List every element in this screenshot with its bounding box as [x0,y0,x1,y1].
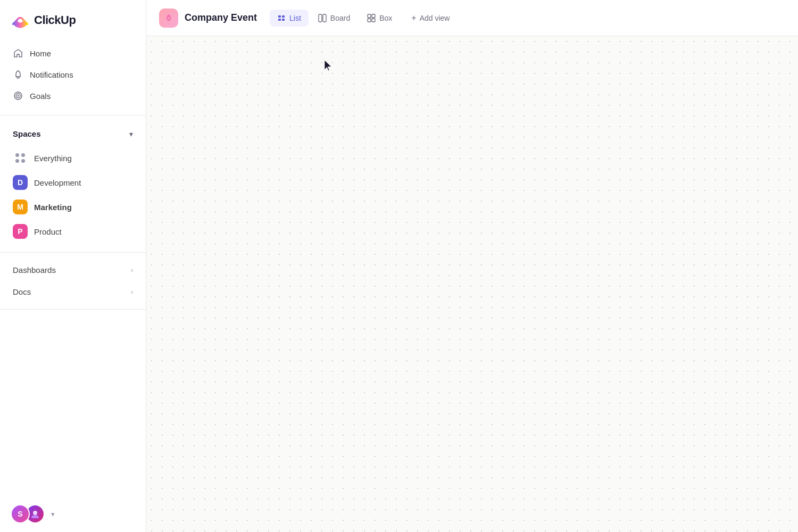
svg-rect-12 [372,14,375,18]
divider-2 [0,252,146,253]
sidebar-item-notifications[interactable]: Notifications [6,64,139,85]
dot-grid-background [146,36,798,532]
spaces-list: Everything D Development M Marketing P [6,146,139,244]
svg-rect-8 [282,19,285,21]
docs-left: Docs [13,287,31,296]
avatar-stack: S [11,504,45,523]
tab-box[interactable]: Box [360,10,400,27]
plus-icon: + [411,13,416,23]
marketing-badge-letter: M [17,203,23,211]
home-label: Home [30,49,51,58]
project-title-area: Company Event [159,9,257,28]
svg-rect-7 [282,15,285,18]
main-content-area [146,36,798,532]
dashboards-left: Dashboards [13,265,56,275]
goals-icon [13,90,23,101]
svg-point-2 [18,95,19,97]
marketing-badge: M [13,200,28,214]
docs-label: Docs [13,287,31,296]
logo-text: ClickUp [34,13,76,27]
sidebar-item-dashboards[interactable]: Dashboards › [6,259,139,281]
development-badge-letter: D [18,178,23,187]
divider-1 [0,115,146,115]
svg-rect-9 [319,14,322,22]
svg-rect-11 [368,14,371,18]
tab-list[interactable]: List [270,10,309,27]
divider-3 [0,309,146,310]
add-view-label: Add view [420,14,450,22]
svg-rect-13 [368,19,371,22]
view-tabs: List Board [270,9,457,27]
project-title: Company Event [185,12,257,23]
avatar-chevron-icon: ▾ [51,510,55,518]
sidebar-bottom-section: Dashboards › Docs › [0,257,146,305]
home-icon [13,48,23,59]
spaces-section: Spaces ▾ Everything D [0,120,146,248]
goals-label: Goals [30,92,51,101]
dot-4 [21,159,25,163]
spaces-title: Spaces [13,129,41,138]
development-label: Development [34,178,81,187]
svg-point-4 [168,17,170,19]
board-icon [318,14,327,22]
dot-3 [15,159,19,163]
svg-rect-14 [372,19,375,22]
svg-rect-10 [323,14,326,22]
sidebar-item-goals[interactable]: Goals [6,85,139,106]
chevron-right-dashboards: › [131,266,133,274]
tab-board-label: Board [330,14,350,22]
dot-2 [21,153,25,157]
clickup-logo-icon [11,11,30,30]
product-badge-letter: P [18,227,22,236]
sidebar-item-product[interactable]: P Product [6,219,139,244]
list-icon [277,14,286,22]
svg-point-3 [33,511,37,515]
dashboards-label: Dashboards [13,265,56,275]
project-icon [159,9,178,28]
add-view-button[interactable]: + Add view [404,9,457,27]
tab-board[interactable]: Board [311,10,358,27]
tab-box-label: Box [379,14,392,22]
main-area: Company Event List [146,0,798,532]
logo-area[interactable]: ClickUp [0,0,146,38]
sidebar-nav: Home Notifications Goals [0,38,146,111]
product-badge: P [13,224,28,239]
development-badge: D [13,175,28,190]
spaces-header[interactable]: Spaces ▾ [6,124,139,144]
sidebar-item-development[interactable]: D Development [6,170,139,195]
notifications-label: Notifications [30,70,73,79]
sidebar-item-home[interactable]: Home [6,43,139,64]
box-icon [367,14,376,22]
chevron-down-icon: ▾ [129,130,133,138]
everything-label: Everything [34,154,72,163]
sidebar: ClickUp Home Notifications [0,0,146,532]
dot-1 [15,153,19,157]
everything-icon [13,151,28,165]
product-label: Product [34,227,62,236]
avatar-primary: S [11,504,30,523]
chevron-right-docs: › [131,288,133,296]
sidebar-item-marketing[interactable]: M Marketing [6,195,139,219]
avatar-initial: S [18,510,22,518]
marketing-label: Marketing [34,203,72,212]
tab-list-label: List [289,14,301,22]
svg-rect-6 [278,19,281,21]
sidebar-footer[interactable]: S ▾ [0,496,146,532]
svg-rect-5 [278,15,281,18]
main-header: Company Event List [146,0,798,36]
sidebar-item-everything[interactable]: Everything [6,146,139,170]
sidebar-item-docs[interactable]: Docs › [6,281,139,303]
bell-icon [13,69,23,80]
